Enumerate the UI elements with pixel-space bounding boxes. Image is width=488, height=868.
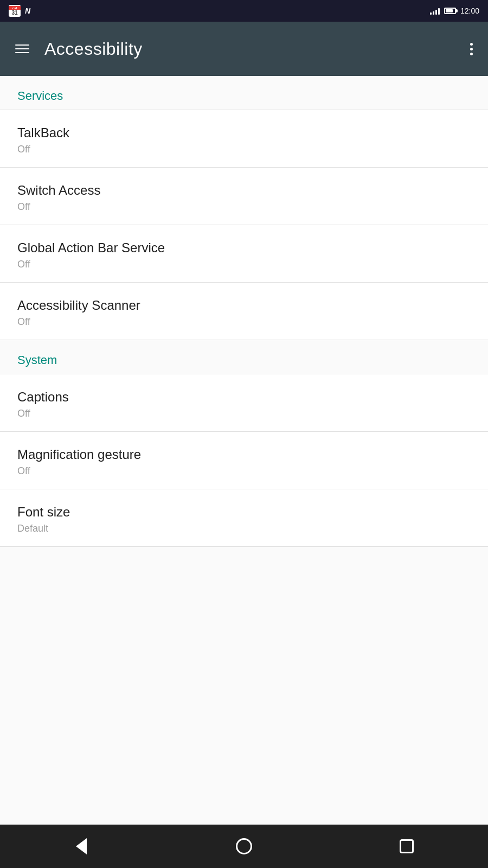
global-action-bar-status: Off <box>17 259 471 270</box>
app-bar-left: Accessibility <box>11 39 143 59</box>
back-icon <box>76 838 87 854</box>
calendar-icon: cal 31 <box>9 5 21 17</box>
list-item[interactable]: Switch Access Off <box>0 168 488 225</box>
global-action-bar-title: Global Action Bar Service <box>17 240 471 256</box>
more-vert-icon <box>470 48 473 50</box>
signal-icon <box>430 7 440 15</box>
page-title: Accessibility <box>44 39 143 59</box>
talkback-title: TalkBack <box>17 125 471 141</box>
captions-title: Captions <box>17 390 471 405</box>
status-bar-right: 12:00 <box>430 7 479 15</box>
more-options-button[interactable] <box>466 39 477 60</box>
switch-access-status: Off <box>17 201 471 213</box>
switch-access-title: Switch Access <box>17 183 471 198</box>
hamburger-button[interactable] <box>11 40 34 58</box>
app-bar: Accessibility <box>0 22 488 76</box>
list-item[interactable]: Accessibility Scanner Off <box>0 283 488 340</box>
recents-icon <box>400 839 414 853</box>
more-vert-icon <box>470 43 473 46</box>
accessibility-scanner-status: Off <box>17 316 471 328</box>
time-display: 12:00 <box>460 7 479 15</box>
bottom-nav <box>0 825 488 868</box>
notification-icon: N <box>25 7 30 15</box>
list-item[interactable]: Global Action Bar Service Off <box>0 225 488 283</box>
hamburger-icon <box>15 52 29 53</box>
magnification-gesture-title: Magnification gesture <box>17 447 471 462</box>
list-item[interactable]: TalkBack Off <box>0 110 488 168</box>
home-button[interactable] <box>228 830 260 863</box>
battery-icon <box>444 8 456 14</box>
hamburger-icon <box>15 44 29 46</box>
back-button[interactable] <box>65 830 98 863</box>
font-size-title: Font size <box>17 505 471 520</box>
captions-status: Off <box>17 408 471 419</box>
accessibility-scanner-title: Accessibility Scanner <box>17 298 471 313</box>
section-header-system: System <box>0 340 488 374</box>
status-bar: cal 31 N 12:00 <box>0 0 488 22</box>
main-content: Services TalkBack Off Switch Access Off … <box>0 76 488 825</box>
list-item[interactable]: Captions Off <box>0 374 488 432</box>
list-item[interactable]: Magnification gesture Off <box>0 432 488 489</box>
recents-button[interactable] <box>390 830 423 863</box>
home-icon <box>236 838 252 854</box>
section-header-services: Services <box>0 76 488 110</box>
magnification-gesture-status: Off <box>17 465 471 477</box>
status-bar-left: cal 31 N <box>9 5 30 17</box>
talkback-status: Off <box>17 144 471 155</box>
more-vert-icon <box>470 53 473 55</box>
list-item[interactable]: Font size Default <box>0 489 488 547</box>
hamburger-icon <box>15 48 29 49</box>
font-size-value: Default <box>17 523 471 534</box>
